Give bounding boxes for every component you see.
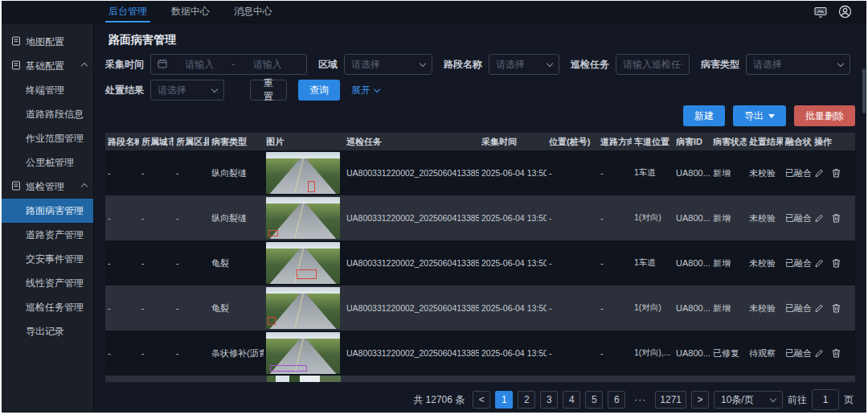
reset-button[interactable]: 重置 <box>250 80 287 101</box>
header-cell: 位置(桩号) <box>547 136 598 148</box>
sidebar-item-kilometer-post-mgmt[interactable]: 公里桩管理 <box>2 150 93 175</box>
sidebar: 地图配置 基础配置 终端管理 道路路段信息 作业范围管理 公里桩管理 巡检管理 … <box>2 23 94 412</box>
header-cell: 病害状态 <box>710 136 747 148</box>
app-window: 后台管理 数据中心 消息中心 地图配置 基础配置 终端管理 <box>2 1 866 413</box>
page-size-select[interactable]: 10条/页 <box>714 391 783 409</box>
delete-icon[interactable] <box>832 213 841 223</box>
road-name-select[interactable]: 请选择 <box>489 54 559 75</box>
header-cell: 路段名称 <box>105 136 139 148</box>
page-button-1271[interactable]: 1271 <box>655 391 686 409</box>
header-cell: 图片 <box>264 136 344 148</box>
tab-backend-management[interactable]: 后台管理 <box>108 1 147 23</box>
filter-region: 区域 请选择 <box>318 54 432 75</box>
sidebar-item-road-section-info[interactable]: 道路路段信息 <box>2 102 93 126</box>
next-page-button[interactable]: > <box>691 391 709 409</box>
prev-page-button[interactable]: < <box>473 391 490 409</box>
delete-icon[interactable] <box>832 348 841 358</box>
table-header: 路段名称 所属城市 所属区县 病害类型 图片 巡检任务 采集时间 位置(桩号) … <box>105 133 855 150</box>
sidebar-item-work-scope-mgmt[interactable]: 作业范围管理 <box>2 126 93 150</box>
filter-row-1: 采集时间 请输入 - 请输入 区域 请选择 <box>105 54 855 75</box>
road-photo[interactable] <box>266 197 340 239</box>
topbar-tabs: 后台管理 数据中心 消息中心 <box>108 1 272 23</box>
edit-icon[interactable] <box>814 258 824 268</box>
main-content: 路面病害管理 采集时间 请输入 - 请输入 区域 请选择 <box>94 23 866 412</box>
detection-box <box>270 365 307 372</box>
pages-ellipsis[interactable]: ··· <box>630 391 650 409</box>
header-cell: 所属城市 <box>139 136 174 148</box>
sidebar-item-terminal-mgmt[interactable]: 终端管理 <box>2 78 93 102</box>
header-cell: 处置结果 <box>747 136 783 148</box>
page-button-1[interactable]: 1 <box>495 391 513 409</box>
header-cell: 道路方向 <box>598 136 632 148</box>
filter-road-name: 路段名称 请选择 <box>444 54 559 75</box>
delete-icon[interactable] <box>832 168 841 178</box>
vertical-scrollbar[interactable] <box>862 68 866 113</box>
header-cell: 融合状 <box>783 136 812 148</box>
edit-icon[interactable] <box>814 303 824 313</box>
handle-result-select[interactable]: 请选择 <box>150 80 224 101</box>
goto-page-input[interactable] <box>812 389 839 410</box>
edit-icon[interactable] <box>814 348 824 358</box>
sidebar-item-map-config[interactable]: 地图配置 <box>2 30 93 54</box>
horizontal-scrollbar[interactable] <box>105 376 855 382</box>
tab-message-center[interactable]: 消息中心 <box>234 1 272 23</box>
doc-icon <box>11 60 21 72</box>
page-button-5[interactable]: 5 <box>585 391 603 409</box>
sidebar-item-inspection-task-mgmt[interactable]: 巡检任务管理 <box>2 295 93 319</box>
batch-delete-button[interactable]: 批量删除 <box>794 105 855 126</box>
sidebar-item-basic-config[interactable]: 基础配置 <box>2 54 93 78</box>
road-photo[interactable] <box>266 287 340 329</box>
user-avatar-icon[interactable] <box>838 5 852 18</box>
doc-icon <box>11 36 21 48</box>
table-row: - - - 纵向裂缝 UA800331220002_20250604133852… <box>105 195 855 240</box>
goto-label: 前往 <box>788 393 807 407</box>
page-button-4[interactable]: 4 <box>563 391 580 409</box>
region-select[interactable]: 请选择 <box>344 54 432 75</box>
sidebar-item-traffic-safety-event-mgmt[interactable]: 交安事件管理 <box>2 247 93 271</box>
delete-icon[interactable] <box>832 258 841 268</box>
page-button-3[interactable]: 3 <box>540 391 558 409</box>
chevron-up-icon <box>81 183 88 190</box>
sidebar-item-road-disease-mgmt[interactable]: 路面病害管理 <box>2 199 93 223</box>
edit-icon[interactable] <box>814 213 824 223</box>
total-count: 共 12706 条 <box>413 393 465 407</box>
sidebar-item-inspection-mgmt[interactable]: 巡检管理 <box>2 175 93 199</box>
chevron-down-icon <box>547 60 553 66</box>
header-cell: 所属区县 <box>174 136 209 148</box>
sidebar-item-export-records[interactable]: 导出记录 <box>2 319 93 343</box>
detection-box <box>308 181 314 192</box>
tab-data-center[interactable]: 数据中心 <box>171 1 210 23</box>
road-photo-clipped <box>267 376 341 382</box>
collect-time-range-input[interactable]: 请输入 - 请输入 <box>150 54 307 75</box>
detection-box <box>268 230 278 236</box>
calendar-icon <box>158 59 167 71</box>
export-button[interactable]: 导出 <box>733 105 786 126</box>
detection-box <box>268 317 276 324</box>
page-title: 路面病害管理 <box>105 23 855 54</box>
caret-down-icon <box>768 114 775 118</box>
monitor-icon[interactable] <box>814 6 827 18</box>
delete-icon[interactable] <box>832 303 841 313</box>
header-cell: 车道位置 <box>632 136 674 148</box>
create-button[interactable]: 新建 <box>683 105 725 126</box>
road-photo[interactable] <box>266 152 340 194</box>
sidebar-item-road-asset-mgmt[interactable]: 道路资产管理 <box>2 223 93 247</box>
road-photo[interactable] <box>266 332 340 374</box>
edit-icon[interactable] <box>814 168 824 178</box>
road-photo[interactable] <box>266 242 340 284</box>
header-cell: 病害ID <box>674 136 710 148</box>
disease-type-select[interactable]: 请选择 <box>746 54 850 75</box>
pagination: 共 12706 条 < 1 2 3 4 5 6 ··· 1271 > 10条/页… <box>105 382 855 410</box>
page-button-2[interactable]: 2 <box>518 391 535 409</box>
sidebar-item-linear-asset-mgmt[interactable]: 线性资产管理 <box>2 271 93 295</box>
filter-collect-time: 采集时间 请输入 - 请输入 <box>105 54 307 75</box>
page-button-6[interactable]: 6 <box>608 391 625 409</box>
chevron-down-icon <box>770 395 776 401</box>
filter-row-2: 处置结果 请选择 重置 查询 展开 <box>105 80 855 101</box>
expand-link[interactable]: 展开 <box>351 84 379 97</box>
disease-table: 路段名称 所属城市 所属区县 病害类型 图片 巡检任务 采集时间 位置(桩号) … <box>105 133 855 382</box>
filter-handle-result: 处置结果 请选择 <box>105 80 224 101</box>
header-cell: 巡检任务 <box>344 136 479 148</box>
search-button[interactable]: 查询 <box>298 80 340 101</box>
inspection-task-input[interactable] <box>616 54 690 75</box>
